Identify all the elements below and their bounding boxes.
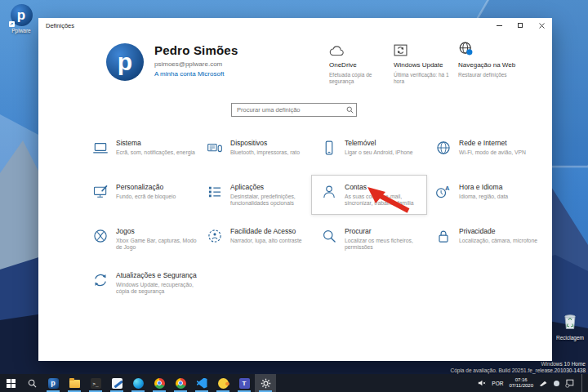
language-indicator[interactable]: POR [492,381,503,386]
category-dispositivos[interactable]: Dispositivos Bluetooth, impressoras, rat… [207,139,313,183]
category-rede-internet[interactable]: Rede e Internet Wi-Fi, modo de avião, VP… [435,139,541,183]
category-subtitle: Wi-Fi, modo de avião, VPN [459,149,526,157]
tray-pen-icon[interactable] [539,380,548,387]
category-personalizacao[interactable]: Personalização Fundo, ecrã de bloqueio [92,183,198,227]
time-language-icon: A [435,184,452,200]
teams-icon: T [239,378,250,389]
settings-categories: Sistema Ecrã, som, notificações, energia… [92,139,550,315]
xbox-icon [92,228,109,244]
globe-dot-icon [458,40,518,56]
category-title: Dispositivos [230,139,300,147]
category-title: Jogos [116,227,198,235]
category-title: Personalização [116,183,176,191]
taskbar-chrome-1[interactable] [149,374,170,392]
category-telemovel[interactable]: Telemóvel Ligar o seu Android, iPhone [321,139,427,183]
desktop-icon-recycle-bin[interactable]: Reciclagem [554,312,586,341]
maximize-icon [518,23,523,28]
taskbar-search-icon [28,379,37,388]
edge-icon [133,378,144,389]
taskbar-settings[interactable] [255,374,276,392]
taskbar-terminal[interactable]: >_ [85,374,106,392]
taskbar-clock[interactable]: 07:16 07/11/2020 [509,377,533,390]
apps-list-icon [207,184,223,200]
window-title: Definições [38,22,74,29]
sync-icon [92,272,109,288]
category-procurar[interactable]: Procurar Localizar os meus ficheiros, pe… [321,227,427,271]
category-privacidade[interactable]: Privacidade Localização, câmara, microfo… [435,227,541,271]
status-title: Windows Update [394,61,453,69]
category-jogos[interactable]: Jogos Xbox Game Bar, capturas, Modo de J… [92,227,198,271]
desktop: p ↗ Pplware Reciclagem Windows 10 Home C… [0,0,588,392]
search-icon[interactable] [343,106,356,114]
category-subtitle: Windows Update, recuperação, cópia de se… [116,282,198,296]
category-subtitle: Localizar os meus ficheiros, permissões [345,238,427,252]
maximize-button[interactable] [510,18,531,33]
evaluation-watermark: Windows 10 Home Cópia de avaliação. Buil… [450,361,586,374]
category-title: Telemóvel [345,139,413,147]
category-sistema[interactable]: Sistema Ecrã, som, notificações, energia [92,139,198,183]
settings-gear-icon [261,378,271,389]
status-title: Navegação na Web [458,61,518,69]
search-category-icon [321,228,337,244]
category-subtitle: Ecrã, som, notificações, energia [116,149,195,157]
status-web-browsing[interactable]: Navegação na Web Restaurar definições [458,40,523,86]
category-title: Sistema [116,139,195,147]
category-subtitle: Idioma, região, data [459,194,508,201]
status-row: OneDrive Efetuada cópia de segurança Win… [329,40,523,86]
ease-of-access-icon [207,228,223,244]
status-subtitle: Efetuada cópia de segurança [329,72,389,86]
taskbar-edge[interactable] [127,374,149,392]
taskbar-search-button[interactable] [21,374,42,392]
taskbar-vscode[interactable] [191,374,212,392]
taskbar-chrome-2[interactable] [170,374,191,392]
desktop-icon-pplware[interactable]: p ↗ Pplware [4,4,38,33]
close-button[interactable] [531,18,552,33]
show-desktop-button[interactable] [581,374,584,392]
action-center-icon[interactable] [565,379,574,388]
taskbar-pen-app[interactable] [106,374,127,392]
pplware-logo-icon: p ↗ [11,4,33,26]
status-windows-update[interactable]: Windows Update Última verificação: há 1 … [394,40,458,86]
search-input[interactable] [232,106,343,114]
status-subtitle: Última verificação: há 1 hora [394,72,453,86]
category-subtitle: Narrador, lupa, alto contraste [230,238,302,245]
category-facilidade-acesso[interactable]: Facilidade de Acesso Narrador, lupa, alt… [207,227,313,271]
taskbar-cyberduck[interactable] [212,374,234,392]
start-button[interactable] [0,374,21,392]
profile-email: psimoes@pplware.com [154,60,238,68]
pplware-logo-letter: p [17,7,25,24]
avatar-letter: p [118,48,132,76]
status-onedrive[interactable]: OneDrive Efetuada cópia de segurança [329,40,394,86]
category-atualizacoes-seguranca[interactable]: Atualizações e Segurança Windows Update,… [92,271,198,315]
tray-status-icon[interactable] [554,381,559,386]
status-subtitle: Restaurar definições [458,72,518,78]
category-subtitle: Fundo, ecrã de bloqueio [116,194,176,201]
update-icon [394,40,453,56]
category-subtitle: Ligar o seu Android, iPhone [345,149,413,157]
status-title: OneDrive [329,61,389,69]
duck-icon [218,378,229,389]
volume-icon[interactable] [478,379,486,387]
cloud-icon [329,40,389,56]
minimize-button[interactable] [488,18,510,33]
shortcut-arrow-icon: ↗ [9,21,15,27]
taskbar-teams[interactable]: T [234,374,255,392]
category-title: Aplicações [230,183,313,191]
chrome-icon [176,378,186,389]
settings-window: Definições p Pedro Simões psimoes@pplwar… [38,18,552,361]
lock-icon [435,228,452,244]
category-title: Procurar [345,227,427,235]
windows-logo-icon [7,379,16,388]
svg-text:A: A [445,185,450,192]
taskbar-pplware[interactable]: p [42,374,64,392]
watermark-build: Cópia de avaliação. Build 20251.fe_relea… [450,368,586,374]
pplware-app-icon: p [48,378,59,389]
microsoft-account-link[interactable]: A minha conta Microsoft [154,70,238,78]
category-aplicacoes[interactable]: Aplicações Desinstalar, predefinições, f… [207,183,313,227]
taskbar-file-explorer[interactable] [64,374,85,392]
avatar: p [106,43,144,81]
category-title: Rede e Internet [459,139,526,147]
category-subtitle: Desinstalar, predefinições, funcionalida… [230,194,313,208]
user-profile: p Pedro Simões psimoes@pplware.com A min… [106,43,238,81]
category-hora-idioma[interactable]: A Hora e Idioma Idioma, região, data [435,183,541,227]
